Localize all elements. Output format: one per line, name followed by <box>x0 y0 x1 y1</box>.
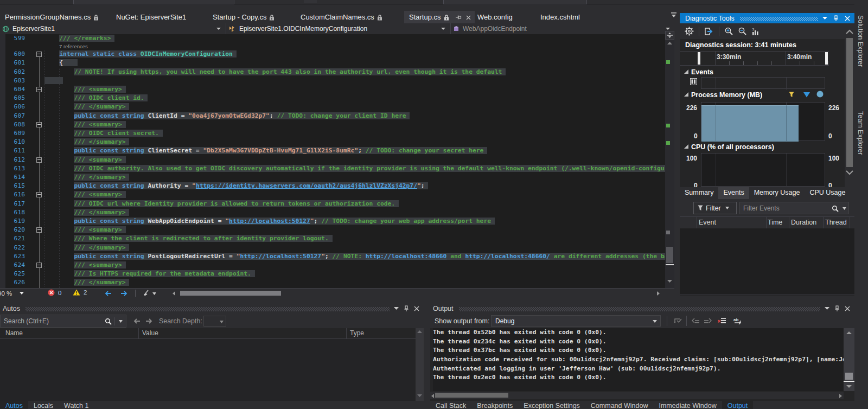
code-line-604[interactable]: 604 /// <summary> <box>0 85 665 94</box>
bottom-tab-command-window[interactable]: Command Window <box>585 401 654 409</box>
zoom-out-icon[interactable] <box>738 27 747 36</box>
document-tab-nuget-episerversite1[interactable]: NuGet: EpiserverSite1 <box>111 11 189 23</box>
bottom-tab-immediate-window[interactable]: Immediate Window <box>653 401 722 409</box>
autos-vertical-scrollbar[interactable] <box>416 328 424 401</box>
scroll-up-chevron-icon[interactable] <box>846 29 853 34</box>
code-line-600[interactable]: 600 internal static class OIDCInMemoryCo… <box>0 50 665 59</box>
code-line-621[interactable]: 621 /// Where the client is redirected t… <box>0 234 665 243</box>
scroll-down-icon[interactable] <box>846 385 852 388</box>
document-tab-permissiongroupnames-cs[interactable]: PermissionGroupNames.cs <box>0 11 101 23</box>
fold-collapse-box[interactable] <box>36 263 42 268</box>
fold-collapse-box[interactable] <box>36 157 42 163</box>
navbar-dropdown-class[interactable]: EpiserverSite1.OIDCInMemoryConfiguration <box>226 23 450 34</box>
bottom-tab-locals[interactable]: Locals <box>28 401 59 409</box>
close-icon[interactable] <box>466 15 471 20</box>
code-line-616[interactable]: 616 /// <summary> <box>0 190 665 199</box>
code-line-615[interactable]: 615 public const string Authority = "htt… <box>0 182 665 190</box>
navigate-forward-icon[interactable] <box>120 291 128 296</box>
tab-overflow-icon[interactable] <box>671 12 676 17</box>
chevron-down-icon[interactable] <box>843 207 846 210</box>
cpu-chart[interactable] <box>701 153 825 187</box>
code-line-612[interactable]: 612 /// <summary> <box>0 156 665 164</box>
side-tab-solution-explorer[interactable]: Solution Explorer <box>857 15 864 67</box>
window-menu-icon[interactable] <box>394 307 399 310</box>
scroll-up-icon[interactable] <box>417 330 422 333</box>
editor-splitter-grip[interactable] <box>665 31 674 40</box>
window-menu-icon[interactable] <box>822 17 827 20</box>
editor-vertical-scrollbar[interactable] <box>665 34 674 288</box>
code-cleanup-icon[interactable] <box>143 290 150 297</box>
close-icon[interactable] <box>414 306 419 311</box>
code-line-608[interactable]: 608 /// <summary> <box>0 120 665 129</box>
bottom-tab-output[interactable]: Output <box>722 401 754 409</box>
export-report-icon[interactable] <box>704 27 714 36</box>
warning-count-badge[interactable]: 2 <box>73 289 87 296</box>
bottom-tab-autos[interactable]: Autos <box>0 401 28 409</box>
column-separator[interactable] <box>850 217 850 228</box>
snapshot-triangle-icon[interactable] <box>803 92 810 98</box>
diag-tab-summary[interactable]: Summary <box>680 187 718 199</box>
toolbar-combobox-clipped[interactable] <box>73 0 234 4</box>
fold-collapse-box[interactable] <box>36 52 42 57</box>
scroll-up-icon[interactable] <box>846 331 852 334</box>
horizontal-scrollbar-thumb[interactable] <box>180 291 281 296</box>
chevron-down-icon[interactable] <box>152 292 156 295</box>
events-table-body[interactable] <box>680 228 854 295</box>
scrollbar-thumb[interactable] <box>846 38 853 167</box>
search-icon[interactable] <box>832 205 839 212</box>
section-header-events[interactable]: Events <box>684 68 713 76</box>
column-separator[interactable] <box>697 217 697 228</box>
bottom-tab-call-stack[interactable]: Call Stack <box>430 401 471 409</box>
code-line-625[interactable]: 625 /// Is HTTPS required for the metada… <box>0 270 665 278</box>
output-vertical-scrollbar[interactable] <box>844 328 854 391</box>
window-menu-icon[interactable] <box>825 307 829 310</box>
code-line-617[interactable]: 617 /// OIDC url where Identity provider… <box>0 200 665 208</box>
variables-search-box[interactable]: Search (Ctrl+E) <box>0 315 126 328</box>
scroll-right-icon[interactable] <box>657 291 660 296</box>
diag-tab-events[interactable]: Events <box>718 187 749 199</box>
column-header-time[interactable]: Time <box>768 219 782 226</box>
word-wrap-icon[interactable]: ab <box>733 317 743 324</box>
output-console[interactable]: The thread 0x52b0 has exited with code 0… <box>433 328 844 391</box>
scrollbar-thumb[interactable] <box>435 393 508 398</box>
filter-snapshots-icon[interactable] <box>789 92 794 98</box>
search-icon[interactable] <box>105 318 112 325</box>
code-line-610[interactable]: 610 /// </summary> <box>0 138 665 146</box>
error-count-badge[interactable]: 0 <box>48 289 61 296</box>
zoom-in-icon[interactable] <box>724 27 733 36</box>
diag-tab-memory-usage[interactable]: Memory Usage <box>749 187 805 199</box>
zoom-control[interactable]: 90 % <box>0 289 31 297</box>
diagnostic-tools-title-bar[interactable]: Diagnostic Tools <box>680 13 854 23</box>
column-header-duration[interactable]: Duration <box>791 219 816 226</box>
code-line-613[interactable]: 613 /// OIDC authority. Also used to get… <box>0 164 665 173</box>
column-header-thread[interactable]: Thread <box>825 219 847 226</box>
fold-collapse-box[interactable] <box>36 192 42 197</box>
clear-all-icon[interactable] <box>718 317 726 325</box>
scroll-down-icon[interactable] <box>667 280 672 283</box>
search-depth-dropdown[interactable] <box>203 316 226 327</box>
scroll-down-chevron-icon[interactable] <box>846 170 853 175</box>
output-title-bar[interactable]: Output <box>430 303 854 314</box>
code-line-622[interactable]: 622 /// </summary> <box>0 244 665 252</box>
fold-collapse-box[interactable] <box>36 227 42 233</box>
bottom-tab-watch-1[interactable]: Watch 1 <box>59 401 94 409</box>
scrollbar-thumb[interactable] <box>666 247 673 263</box>
diagnostics-scrollbar[interactable] <box>845 26 854 187</box>
codelens-references[interactable]: 7 references <box>59 43 88 50</box>
events-swimlane[interactable] <box>701 77 825 89</box>
document-tab-web-config[interactable]: Web.config <box>473 11 515 23</box>
events-filter-input[interactable]: Filter Events <box>739 202 849 214</box>
code-line-606[interactable]: 606 /// </summary> <box>0 103 665 111</box>
navbar-dropdown-project[interactable]: EpiserverSite1 <box>0 23 226 34</box>
navigate-back-icon[interactable] <box>133 318 141 324</box>
code-line-611[interactable]: 611 public const string ClientSecret = "… <box>0 146 665 155</box>
side-tab-team-explorer[interactable]: Team Explorer <box>857 111 864 155</box>
output-horizontal-scrollbar[interactable] <box>430 392 844 399</box>
navigate-forward-icon[interactable] <box>145 318 153 324</box>
column-separator[interactable] <box>789 217 789 228</box>
column-separator[interactable] <box>766 217 767 228</box>
diag-tab-cpu-usage[interactable]: CPU Usage <box>805 187 850 199</box>
code-line-620[interactable]: 620 /// <summary> <box>0 226 665 234</box>
section-header-cpu[interactable]: CPU (% of all processors) <box>684 143 774 151</box>
timeline-ruler[interactable]: 3:30min3:40min <box>680 51 829 66</box>
